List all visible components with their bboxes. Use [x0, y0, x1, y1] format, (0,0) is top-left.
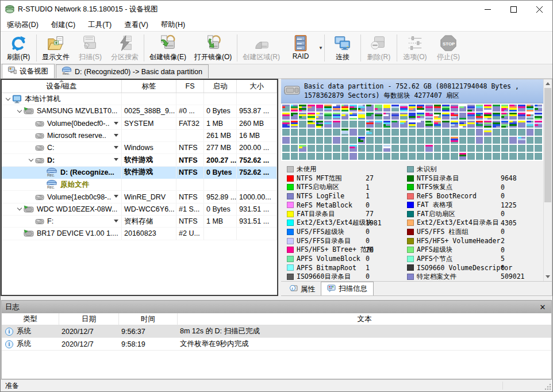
tree-row-4[interactable]: C:WindowsNTFS277 MB200.00 ... [2, 142, 277, 154]
scan-scrollbar[interactable] [543, 79, 552, 281]
resize-grip[interactable] [544, 383, 551, 390]
tree-row-7[interactable]: Rec.原始文件 [2, 179, 277, 191]
close-button[interactable] [527, 1, 552, 18]
map-block [324, 153, 332, 160]
map-block [509, 121, 517, 128]
map-block [509, 113, 517, 120]
map-block [442, 113, 450, 120]
log-column-header-0[interactable]: 类型 [2, 313, 59, 325]
map-block [375, 121, 382, 128]
scan-block-map[interactable] [281, 103, 543, 161]
map-block [391, 105, 399, 112]
map-block [308, 113, 315, 120]
tree-column-header-4[interactable]: 大小 [237, 80, 277, 93]
tree-row-11[interactable]: BR17 DEVICE V1.00 1....20160823#2 U... [2, 228, 277, 240]
row-dropdown-icon[interactable] [114, 158, 118, 161]
log-row-1[interactable]: i系统2020/12/79:58:19文件枚举在9秒内完成 [2, 338, 551, 351]
raid-dropdown-icon[interactable]: ▼ [318, 45, 323, 51]
menu-item-2[interactable]: 工具(T) [82, 18, 118, 32]
toolbar-refresh-button[interactable]: 刷新(R) [2, 33, 35, 63]
tree-row-9[interactable]: WDC WD10EZEX-08W...WD-WCC6Y6...#1 S...0 … [2, 203, 277, 216]
map-block [391, 153, 399, 160]
maximize-button[interactable] [501, 1, 527, 18]
tab-recognized-partition[interactable]: Rec. D: (Recognized0) -> Basic data part… [56, 64, 209, 78]
map-block [476, 129, 483, 136]
map-block [316, 105, 324, 112]
partition-info-text: Basic data partition - 752.62 GB (808121… [304, 82, 541, 100]
toolbar-connect-button[interactable]: 连接 [326, 33, 359, 63]
tree-row-6[interactable]: Rec.D: (Recognize...软件游戏NTFS0 Bytes752.6… [2, 167, 277, 179]
log-column-header-2[interactable]: 时间 [119, 313, 178, 325]
tree-row-3[interactable]: Microsoft reserve..261 MB16 MB [2, 130, 277, 142]
toolbar-show-files-button[interactable]: 显示文件 [38, 33, 74, 63]
tree-row-10[interactable]: F:资料存储NTFS1 MB931.51 ... [2, 216, 277, 228]
legend-count: 2 [501, 237, 505, 245]
expand-chevron-icon[interactable] [4, 98, 12, 100]
tree-row-8[interactable]: Volume{1ecb0c98-..WinRE_DRVNTFS952.89 ..… [2, 191, 277, 203]
legend-count: 70 [366, 246, 374, 254]
log-row-0[interactable]: i系统2020/12/79:56:378m 12s 的 D: 扫描已完成 [2, 325, 551, 338]
scroll-down-icon[interactable] [544, 272, 552, 281]
tree-column-header-2[interactable]: FS [176, 80, 204, 93]
scrollbar-thumb[interactable] [544, 88, 551, 202]
row-dropdown-icon[interactable] [114, 195, 118, 198]
toolbar-raid-button[interactable]: RAID [284, 33, 317, 63]
legend-count: 1 [366, 183, 370, 191]
legend-swatch [407, 175, 414, 182]
map-block [350, 121, 357, 128]
row-dropdown-icon[interactable] [114, 220, 118, 222]
map-block [324, 137, 332, 144]
legend-swatch [407, 274, 414, 280]
toolbar-create-image-button[interactable]: 创建镜像(E) [145, 33, 190, 63]
row-dropdown-icon[interactable] [114, 134, 118, 137]
minimize-button[interactable] [475, 1, 501, 18]
tree-cell-fs: NTFS [176, 142, 204, 153]
row-dropdown-icon[interactable] [114, 122, 118, 125]
map-block [535, 145, 542, 152]
tree-column-header-3[interactable]: 启动 [204, 80, 237, 93]
log-cell-type: i系统 [2, 338, 59, 350]
expand-chevron-icon[interactable] [16, 208, 24, 210]
tree-column-header-1[interactable]: 标签 [122, 80, 176, 93]
tree-column-header-0[interactable]: 设备/磁盘 [2, 80, 122, 93]
horizontal-splitter[interactable] [1, 296, 552, 300]
expand-chevron-icon[interactable] [16, 110, 24, 112]
map-block [299, 121, 306, 128]
map-block [375, 113, 382, 120]
map-block [434, 153, 441, 160]
row-dropdown-icon[interactable] [114, 146, 118, 149]
map-block [527, 113, 534, 120]
legend-item-right-4: FAT 表格项1225 [407, 201, 543, 210]
tree-row-0[interactable]: 本地计算机 [2, 93, 277, 105]
map-block [308, 121, 315, 128]
legend-item-right-5: FAT启动扇区0 [407, 210, 543, 219]
tree-cell-boot: 1 MB [204, 216, 237, 227]
tab-device-view[interactable]: 设备视图 [2, 64, 55, 78]
log-column-header-3[interactable]: 文本 [178, 313, 551, 325]
toolbar-open-image-button[interactable]: 打开镜像(O) [190, 33, 236, 63]
tab-properties[interactable]: i 属性 [283, 283, 321, 295]
map-block [366, 153, 374, 160]
tree-row-1[interactable]: SAMSUNG MZVLB1T0...0025_388B_9...#0 ...0… [2, 105, 277, 117]
tree-row-2[interactable]: Volume{0bedecf0-..SYSTEMFAT321 MB260 MB [2, 118, 277, 130]
expand-chevron-icon[interactable] [27, 159, 35, 161]
scroll-up-icon[interactable] [544, 79, 552, 88]
tree-cell-name: 本地计算机 [2, 93, 122, 105]
menu-item-1[interactable]: 创建(C) [45, 18, 82, 32]
legend-swatch [287, 202, 294, 208]
tab-scan-information[interactable]: 扫描信息 [321, 282, 374, 295]
map-block [459, 113, 467, 120]
menu-item-0[interactable]: 驱动器(D) [1, 18, 45, 32]
menu-item-3[interactable]: 查看(V) [118, 18, 155, 32]
view-tab-bar: 设备视图 Rec. D: (Recognized0) -> Basic data… [1, 64, 552, 79]
log-close-icon[interactable]: ✕ [537, 303, 548, 312]
map-block [501, 153, 509, 160]
map-block [282, 121, 290, 128]
map-block [400, 153, 408, 160]
menu-item-4[interactable]: 帮助(H) [155, 18, 191, 32]
log-column-header-1[interactable]: 日期 [59, 313, 119, 325]
tree-cell-fs: FAT32 [176, 118, 204, 129]
legend-item-right-7: UFS/FFS 柱面组0 [407, 228, 543, 237]
tree-row-5[interactable]: D:软件游戏NTFS200.27 ...752.62 ... [2, 154, 277, 166]
map-block [333, 129, 340, 136]
